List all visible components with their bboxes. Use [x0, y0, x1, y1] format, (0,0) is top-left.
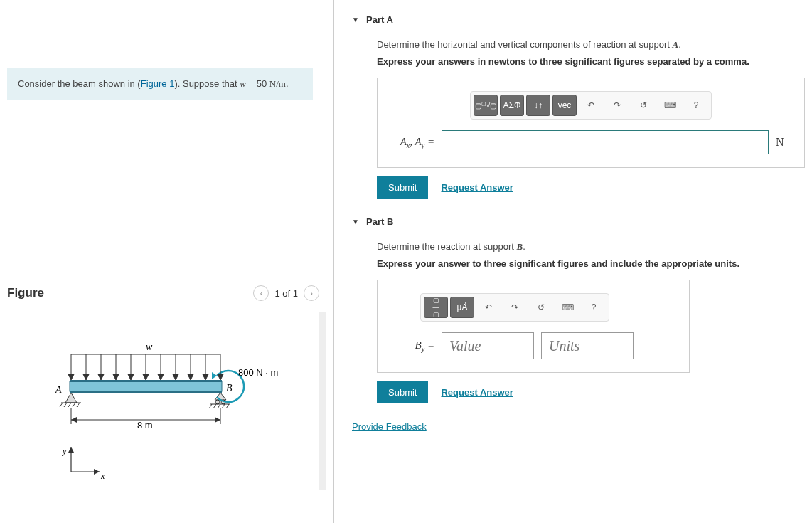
help-button[interactable]: ?	[582, 297, 606, 318]
figure-title: Figure	[7, 286, 44, 300]
svg-line-18	[222, 404, 225, 408]
undo-button[interactable]: ↶	[579, 95, 603, 116]
svg-marker-45	[173, 374, 178, 380]
part-b-units-input[interactable]	[541, 332, 634, 359]
svg-marker-37	[113, 374, 119, 380]
part-b-header[interactable]: ▼ Part B	[352, 216, 805, 227]
svg-line-6	[60, 403, 63, 407]
svg-marker-43	[158, 374, 164, 380]
svg-marker-28	[68, 447, 74, 453]
span-label: 8 m	[137, 420, 153, 430]
redo-button[interactable]: ↷	[503, 297, 527, 318]
templates-button[interactable]: ▢—▢	[424, 297, 448, 318]
figure-pager: ‹ 1 of 1 ›	[253, 285, 319, 301]
part-b-answer-box: ▢—▢ µÅ ↶ ↷ ↺ ⌨ ? By =	[377, 280, 690, 373]
vec-button[interactable]: vec	[552, 95, 577, 116]
svg-marker-20	[212, 372, 217, 379]
part-b-submit-button[interactable]: Submit	[377, 381, 428, 403]
svg-marker-47	[188, 374, 193, 380]
right-pane: ▼ Part A Determine the horizontal and ve…	[334, 0, 812, 523]
svg-marker-41	[143, 374, 149, 380]
part-a-toolbar: ▢▢√▢ ΑΣΦ ↓↑ vec ↶ ↷ ↺ ⌨ ?	[470, 91, 712, 120]
left-pane: Consider the beam shown in (Figure 1). S…	[0, 0, 334, 523]
caret-down-icon: ▼	[352, 218, 359, 226]
svg-marker-11	[215, 393, 226, 400]
part-b-request-answer-link[interactable]: Request Answer	[441, 387, 513, 398]
part-b-title: Part B	[366, 216, 393, 227]
point-b-label: B	[226, 383, 233, 393]
pager-prev-button[interactable]: ‹	[253, 285, 269, 301]
svg-marker-31	[68, 374, 74, 380]
part-a-hint: Express your answers in newtons to three…	[377, 56, 805, 67]
moment-label: 800 N · m	[238, 367, 278, 378]
figure-canvas[interactable]: w A B	[7, 312, 326, 490]
axis-y: y	[62, 446, 67, 456]
reset-button[interactable]: ↺	[631, 95, 656, 116]
part-a: ▼ Part A Determine the horizontal and ve…	[352, 14, 805, 199]
keyboard-button[interactable]: ⌨	[658, 95, 682, 116]
svg-line-16	[213, 404, 216, 408]
svg-line-8	[68, 403, 71, 407]
help-button[interactable]: ?	[684, 95, 708, 116]
svg-marker-25	[215, 417, 220, 423]
problem-text-post: .	[286, 78, 289, 89]
svg-marker-33	[83, 374, 89, 380]
caret-down-icon: ▼	[352, 16, 359, 23]
part-a-instruction: Determine the horizontal and vertical co…	[377, 39, 805, 51]
svg-marker-39	[128, 374, 134, 380]
problem-statement: Consider the beam shown in (Figure 1). S…	[7, 68, 313, 100]
svg-line-10	[77, 403, 80, 407]
problem-text-pre: Consider the beam shown in (	[18, 78, 141, 89]
provide-feedback-link[interactable]: Provide Feedback	[352, 421, 427, 432]
load-label: w	[146, 342, 153, 352]
svg-line-9	[73, 403, 75, 407]
svg-line-17	[218, 404, 220, 408]
figure-section: Figure ‹ 1 of 1 › w	[7, 285, 326, 490]
redo-button[interactable]: ↷	[605, 95, 629, 116]
figure-link[interactable]: Figure 1	[141, 78, 175, 89]
point-a-label: A	[55, 384, 62, 395]
part-a-submit-button[interactable]: Submit	[377, 176, 428, 199]
part-a-answer-box: ▢▢√▢ ΑΣΦ ↓↑ vec ↶ ↷ ↺ ⌨ ? Ax, Ay = N	[377, 78, 805, 168]
undo-button[interactable]: ↶	[476, 297, 501, 318]
svg-rect-1	[70, 381, 222, 391]
part-b-value-input[interactable]	[442, 332, 534, 359]
part-a-input[interactable]	[442, 130, 769, 154]
keyboard-button[interactable]: ⌨	[555, 297, 579, 318]
svg-marker-4	[65, 393, 77, 403]
svg-line-15	[209, 404, 212, 408]
greek-button[interactable]: ΑΣΦ	[500, 95, 524, 116]
svg-line-19	[226, 404, 229, 408]
svg-marker-51	[218, 374, 223, 380]
templates-button[interactable]: ▢▢√▢	[474, 95, 498, 116]
part-a-header[interactable]: ▼ Part A	[352, 14, 805, 25]
pager-next-button[interactable]: ›	[304, 285, 319, 301]
svg-marker-49	[203, 374, 208, 380]
problem-eq: = 50	[246, 78, 269, 89]
svg-line-7	[64, 403, 67, 407]
problem-text-mid: ). Suppose that	[174, 78, 240, 89]
pager-text: 1 of 1	[274, 288, 298, 299]
reset-button[interactable]: ↺	[529, 297, 553, 318]
svg-marker-35	[98, 374, 104, 380]
svg-marker-24	[71, 417, 77, 423]
part-b-toolbar: ▢—▢ µÅ ↶ ↷ ↺ ⌨ ?	[420, 293, 609, 322]
svg-point-12	[215, 400, 220, 404]
updown-button[interactable]: ↓↑	[526, 95, 550, 116]
beam-diagram: w A B	[43, 340, 284, 482]
part-a-title: Part A	[366, 14, 393, 25]
part-b-label: By =	[392, 339, 434, 353]
axis-x: x	[100, 471, 105, 481]
part-a-label: Ax, Ay =	[392, 136, 434, 149]
svg-rect-3	[70, 391, 222, 393]
problem-unit: N/m	[269, 78, 286, 89]
part-b-instruction: Determine the reaction at support B.	[377, 241, 805, 253]
part-a-unit: N	[776, 136, 790, 149]
svg-marker-29	[94, 469, 100, 475]
problem-var: w	[240, 78, 246, 89]
units-special-button[interactable]: µÅ	[450, 297, 474, 318]
part-a-request-answer-link[interactable]: Request Answer	[441, 182, 513, 193]
part-b-hint: Express your answer to three significant…	[377, 258, 805, 269]
part-b: ▼ Part B Determine the reaction at suppo…	[352, 216, 805, 403]
